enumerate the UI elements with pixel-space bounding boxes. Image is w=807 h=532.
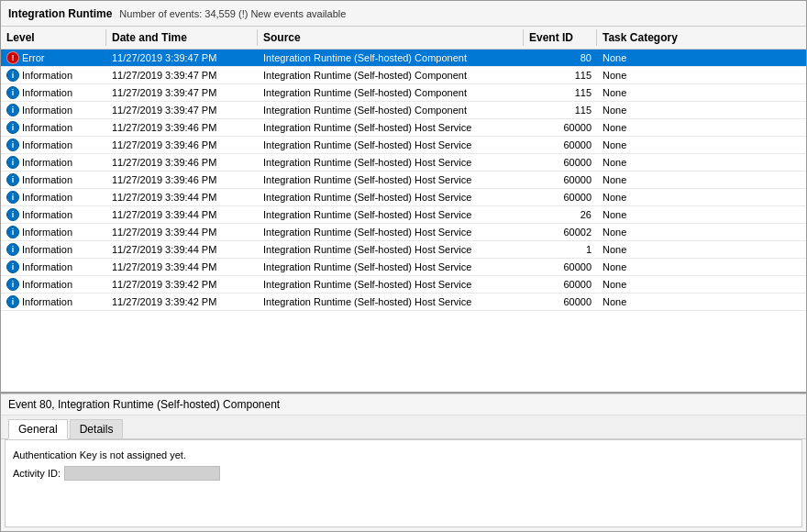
col-source: Source [258,29,524,46]
info-icon: i [6,86,19,99]
cell-eventid: 60000 [524,259,597,275]
table-row[interactable]: i Information 11/27/2019 3:39:42 PM Inte… [1,276,806,294]
cell-datetime: 11/27/2019 3:39:42 PM [106,276,258,293]
cell-datetime: 11/27/2019 3:39:46 PM [106,154,258,171]
table-row[interactable]: i Information 11/27/2019 3:39:46 PM Inte… [1,172,806,189]
cell-eventid: 60000 [524,137,597,153]
app-title: Integration Runtime [8,7,112,20]
cell-level: i Information [1,241,106,258]
tab-details[interactable]: Details [70,419,124,438]
level-text: Error [22,52,44,63]
table-row[interactable]: i Information 11/27/2019 3:39:44 PM Inte… [1,224,806,241]
info-icon: i [6,278,19,291]
cell-taskcategory: None [597,119,707,136]
info-icon: i [6,173,19,186]
cell-eventid: 60000 [524,294,597,310]
cell-source: Integration Runtime (Self-hosted) Host S… [258,276,524,293]
cell-level: i Information [1,189,106,205]
main-window: Integration Runtime Number of events: 34… [0,0,807,532]
info-icon: i [6,243,19,256]
detail-tabs: General Details [1,416,806,439]
table-row[interactable]: i Information 11/27/2019 3:39:46 PM Inte… [1,154,806,172]
cell-datetime: 11/27/2019 3:39:46 PM [106,119,258,136]
table-row[interactable]: i Information 11/27/2019 3:39:44 PM Inte… [1,189,806,206]
table-row[interactable]: i Information 11/27/2019 3:39:44 PM Inte… [1,206,806,224]
table-row[interactable]: i Information 11/27/2019 3:39:44 PM Inte… [1,241,806,259]
cell-level: i Information [1,224,106,240]
cell-eventid: 115 [524,84,597,101]
cell-source: Integration Runtime (Self-hosted) Compon… [258,67,524,83]
title-bar-info: Number of events: 34,559 (!) New events … [119,8,346,19]
cell-eventid: 60000 [524,154,597,171]
cell-source: Integration Runtime (Self-hosted) Compon… [258,84,524,101]
cell-level: i Information [1,276,106,293]
info-icon: i [6,156,19,169]
level-text: Information [22,227,72,238]
detail-section: Event 80, Integration Runtime (Self-host… [1,393,806,531]
table-row[interactable]: i Information 11/27/2019 3:39:44 PM Inte… [1,259,806,276]
table-row[interactable]: i Information 11/27/2019 3:39:47 PM Inte… [1,67,806,84]
cell-eventid: 60002 [524,224,597,240]
col-datetime: Date and Time [106,29,258,46]
cell-datetime: 11/27/2019 3:39:47 PM [106,102,258,118]
detail-text: Authentication Key is not assigned yet. … [13,448,794,482]
cell-taskcategory: None [597,224,707,240]
col-eventid: Event ID [524,29,597,46]
cell-taskcategory: None [597,241,707,258]
table-row[interactable]: i Information 11/27/2019 3:39:47 PM Inte… [1,84,806,102]
cell-eventid: 60000 [524,172,597,188]
info-icon: i [6,139,19,151]
cell-level: i Information [1,172,106,188]
error-icon: ! [6,51,19,64]
info-icon: i [6,69,19,82]
activity-id-label: Activity ID: [13,466,61,482]
cell-source: Integration Runtime (Self-hosted) Host S… [258,241,524,258]
cell-datetime: 11/27/2019 3:39:46 PM [106,137,258,153]
cell-level: i Information [1,259,106,275]
level-text: Information [22,174,72,185]
activity-id-value [64,466,220,481]
cell-datetime: 11/27/2019 3:39:47 PM [106,50,258,66]
cell-level: i Information [1,102,106,118]
cell-source: Integration Runtime (Self-hosted) Compon… [258,102,524,118]
col-level: Level [1,29,106,46]
level-text: Information [22,296,72,307]
level-text: Information [22,244,72,255]
info-icon: i [6,295,19,308]
table-row[interactable]: i Information 11/27/2019 3:39:42 PM Inte… [1,294,806,311]
info-icon: i [6,260,19,273]
table-row[interactable]: i Information 11/27/2019 3:39:47 PM Inte… [1,102,806,119]
level-text: Information [22,279,72,290]
cell-taskcategory: None [597,102,707,118]
table-row[interactable]: i Information 11/27/2019 3:39:46 PM Inte… [1,137,806,154]
table-header: Level Date and Time Source Event ID Task… [1,27,806,50]
cell-source: Integration Runtime (Self-hosted) Host S… [258,294,524,310]
cell-datetime: 11/27/2019 3:39:47 PM [106,67,258,83]
cell-level: i Information [1,206,106,223]
cell-source: Integration Runtime (Self-hosted) Host S… [258,224,524,240]
activity-id-row: Activity ID: [13,466,794,482]
cell-source: Integration Runtime (Self-hosted) Host S… [258,259,524,275]
level-text: Information [22,87,72,98]
table-row[interactable]: ! Error 11/27/2019 3:39:47 PM Integratio… [1,50,806,67]
detail-title: Event 80, Integration Runtime (Self-host… [1,394,806,416]
cell-taskcategory: None [597,67,707,83]
tab-general[interactable]: General [8,419,68,439]
level-text: Information [22,139,72,150]
cell-taskcategory: None [597,154,707,171]
cell-level: i Information [1,137,106,153]
cell-taskcategory: None [597,189,707,205]
table-row[interactable]: i Information 11/27/2019 3:39:46 PM Inte… [1,119,806,137]
level-text: Information [22,192,72,203]
cell-eventid: 1 [524,241,597,258]
cell-datetime: 11/27/2019 3:39:46 PM [106,172,258,188]
cell-level: i Information [1,67,106,83]
cell-source: Integration Runtime (Self-hosted) Host S… [258,189,524,205]
table-body[interactable]: ! Error 11/27/2019 3:39:47 PM Integratio… [1,50,806,392]
cell-level: i Information [1,294,106,310]
cell-taskcategory: None [597,137,707,153]
level-text: Information [22,157,72,168]
info-icon: i [6,104,19,116]
cell-taskcategory: None [597,259,707,275]
cell-taskcategory: None [597,276,707,293]
